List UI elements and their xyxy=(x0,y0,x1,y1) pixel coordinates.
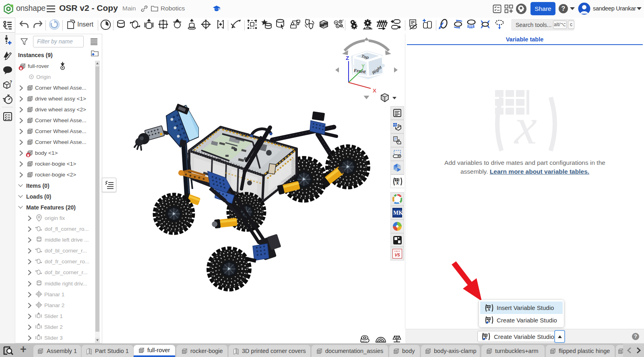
svg-text:Z: Z xyxy=(346,55,349,61)
svg-text:?: ? xyxy=(9,80,12,84)
svg-text:x: x xyxy=(514,98,537,152)
svg-text:x: x xyxy=(487,306,491,312)
svg-text:Y: Y xyxy=(361,64,365,69)
svg-text:X: X xyxy=(373,88,376,94)
svg-text:x: x xyxy=(396,180,399,186)
